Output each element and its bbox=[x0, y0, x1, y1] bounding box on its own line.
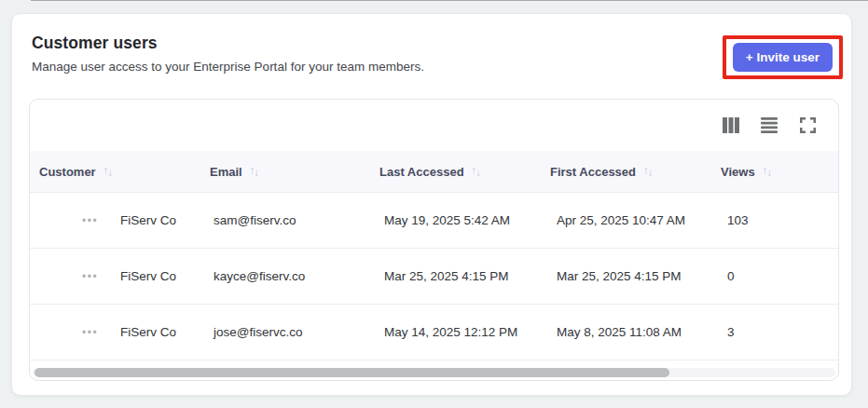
first-accessed-cell: Apr 25, 2025 10:47 AM bbox=[557, 213, 727, 227]
views-cell: 0 bbox=[727, 269, 838, 283]
table-toolbar bbox=[30, 100, 838, 151]
users-table: Customer ↑↓ Email ↑↓ Last Accessed ↑↓ Fi… bbox=[29, 99, 839, 381]
email-cell: sam@fiserv.co bbox=[214, 213, 384, 227]
row-menu-button[interactable]: ••• bbox=[82, 215, 98, 226]
sort-icon: ↑↓ bbox=[103, 166, 114, 177]
heading-block: Customer users Manage user access to you… bbox=[32, 34, 424, 74]
customer-cell: FiServ Co bbox=[120, 213, 214, 227]
column-label: Views bbox=[721, 165, 755, 179]
column-label: Email bbox=[210, 165, 242, 179]
columns-button[interactable] bbox=[718, 113, 744, 139]
row-menu-cell: ••• bbox=[30, 325, 120, 339]
page: Customer users Manage user access to you… bbox=[0, 0, 868, 408]
page-subtitle: Manage user access to your Enterprise Po… bbox=[32, 60, 424, 74]
column-label: First Accessed bbox=[550, 165, 636, 179]
first-accessed-cell: Mar 25, 2025 4:15 PM bbox=[557, 269, 727, 283]
last-accessed-cell: May 19, 2025 5:42 AM bbox=[384, 213, 557, 227]
column-header-last-accessed[interactable]: Last Accessed ↑↓ bbox=[379, 165, 550, 179]
table-row: ••• FiServ Co jose@fiservc.co May 14, 20… bbox=[30, 305, 838, 360]
column-header-email[interactable]: Email ↑↓ bbox=[210, 165, 379, 179]
column-header-customer[interactable]: Customer ↑↓ bbox=[39, 165, 210, 179]
horizontal-scrollbar-track[interactable] bbox=[33, 368, 835, 377]
column-label: Customer bbox=[39, 165, 96, 179]
column-header-views[interactable]: Views ↑↓ bbox=[721, 165, 838, 179]
sort-icon: ↑↓ bbox=[643, 166, 654, 177]
last-accessed-cell: Mar 25, 2025 4:15 PM bbox=[384, 269, 557, 283]
row-density-icon bbox=[761, 117, 778, 133]
table-row: ••• FiServ Co sam@fiserv.co May 19, 2025… bbox=[30, 193, 838, 249]
column-header-first-accessed[interactable]: First Accessed ↑↓ bbox=[550, 165, 721, 179]
row-menu-button[interactable]: ••• bbox=[82, 271, 98, 282]
annotation-box: + Invite user bbox=[723, 35, 843, 79]
row-menu-button[interactable]: ••• bbox=[82, 327, 98, 338]
table-header-row: Customer ↑↓ Email ↑↓ Last Accessed ↑↓ Fi… bbox=[30, 151, 838, 193]
email-cell: jose@fiservc.co bbox=[214, 325, 384, 339]
first-accessed-cell: May 8, 2025 11:08 AM bbox=[557, 325, 727, 339]
views-cell: 103 bbox=[727, 213, 838, 227]
table-row: ••• FiServ Co kayce@fiserv.co Mar 25, 20… bbox=[30, 249, 838, 305]
customer-cell: FiServ Co bbox=[120, 325, 214, 339]
top-divider bbox=[31, 0, 868, 1]
table-body: ••• FiServ Co sam@fiserv.co May 19, 2025… bbox=[30, 193, 838, 360]
sort-icon: ↑↓ bbox=[250, 166, 260, 177]
sort-icon: ↑↓ bbox=[472, 166, 482, 177]
page-title: Customer users bbox=[32, 34, 424, 53]
row-density-button[interactable] bbox=[756, 113, 782, 139]
column-label: Last Accessed bbox=[379, 165, 464, 179]
views-cell: 3 bbox=[727, 325, 838, 339]
row-menu-cell: ••• bbox=[30, 213, 120, 227]
customer-cell: FiServ Co bbox=[120, 269, 214, 283]
horizontal-scrollbar-thumb[interactable] bbox=[34, 368, 669, 377]
invite-user-button[interactable]: + Invite user bbox=[733, 43, 833, 72]
sort-icon: ↑↓ bbox=[763, 166, 773, 177]
card-header: Customer users Manage user access to you… bbox=[12, 14, 851, 79]
columns-icon bbox=[723, 117, 739, 133]
fullscreen-icon bbox=[800, 117, 816, 133]
row-menu-cell: ••• bbox=[30, 269, 120, 283]
customer-users-card: Customer users Manage user access to you… bbox=[11, 13, 852, 396]
last-accessed-cell: May 14, 2025 12:12 PM bbox=[384, 325, 557, 339]
email-cell: kayce@fiserv.co bbox=[214, 269, 384, 283]
fullscreen-button[interactable] bbox=[794, 113, 820, 139]
